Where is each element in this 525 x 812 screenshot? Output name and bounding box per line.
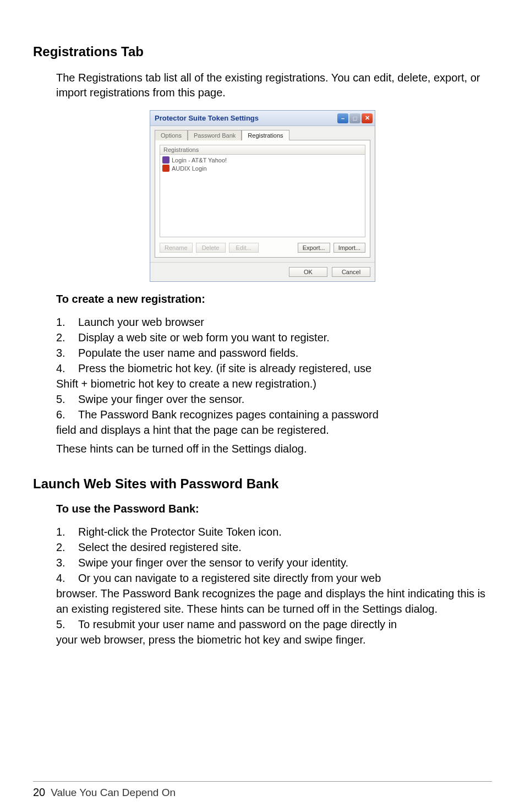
step-text-cont: browser. The Password Bank recognizes th… xyxy=(56,586,492,617)
step-text: Or you can navigate to a registered site… xyxy=(78,572,381,584)
tab-password-bank[interactable]: Password Bank xyxy=(188,130,242,140)
list-header: Registrations xyxy=(160,145,365,155)
step-text-cont: field and displays a hint that the page … xyxy=(56,422,492,438)
steps-use: 1.Right-click the Protector Suite Token … xyxy=(56,524,492,647)
step-text-cont: your web browser, press the biometric ho… xyxy=(56,632,492,647)
howto-heading-create: To create a new registration: xyxy=(56,293,492,306)
dialog-footer: OK Cancel xyxy=(150,262,375,281)
howto-heading-use: To use the Password Bank: xyxy=(56,503,492,515)
page-number: 20 xyxy=(33,786,45,799)
footer-text: Value You Can Depend On xyxy=(51,787,176,799)
screenshot-container: Protector Suite Token Settings – □ ✕ Opt… xyxy=(33,110,492,282)
import-button[interactable]: Import... xyxy=(333,243,365,253)
list-item[interactable]: Login - AT&T Yahoo! xyxy=(162,156,363,164)
cancel-button[interactable]: Cancel xyxy=(332,267,370,277)
ok-button[interactable]: OK xyxy=(289,267,327,277)
export-button[interactable]: Export... xyxy=(298,243,330,253)
rename-button[interactable]: Rename xyxy=(160,243,193,253)
maximize-button[interactable]: □ xyxy=(349,113,360,123)
section-title-launch: Launch Web Sites with Password Bank xyxy=(33,476,492,492)
close-button[interactable]: ✕ xyxy=(362,113,373,123)
steps-create: 1.Launch your web browser 2.Display a we… xyxy=(56,314,492,438)
step-text: Swipe your finger over the sensor to ver… xyxy=(78,557,348,569)
step-text: To resubmit your user name and password … xyxy=(78,618,397,630)
intro-paragraph: The Registrations tab list all of the ex… xyxy=(56,70,492,100)
tab-body: Registrations Login - AT&T Yahoo! AUDIX … xyxy=(155,140,370,258)
tabs-row: Options Password Bank Registrations xyxy=(150,126,375,140)
step-text: Select the desired registered site. xyxy=(78,541,242,553)
page-footer: 20 Value You Can Depend On xyxy=(33,781,492,799)
delete-button[interactable]: Delete xyxy=(196,243,226,253)
site-icon xyxy=(162,165,169,172)
section-title-registrations: Registrations Tab xyxy=(33,44,492,59)
tab-options[interactable]: Options xyxy=(155,130,188,140)
step-text: Display a web site or web form you want … xyxy=(78,331,330,344)
list-item[interactable]: AUDIX Login xyxy=(162,164,363,172)
note-text: These hints can be turned off in the Set… xyxy=(56,441,492,456)
registrations-list[interactable]: Login - AT&T Yahoo! AUDIX Login xyxy=(160,155,365,237)
tab-registrations[interactable]: Registrations xyxy=(242,130,289,140)
minimize-button[interactable]: – xyxy=(337,113,348,123)
step-text-cont: Shift + biometric hot key to create a ne… xyxy=(56,376,492,391)
window-title: Protector Suite Token Settings xyxy=(155,114,259,122)
button-row: Rename Delete Edit... Export... Import..… xyxy=(160,243,365,253)
step-text: Right-click the Protector Suite Token ic… xyxy=(78,526,282,538)
edit-button[interactable]: Edit... xyxy=(229,243,259,253)
step-text: Swipe your finger over the sensor. xyxy=(78,393,244,405)
step-text: The Password Bank recognizes pages conta… xyxy=(78,408,379,421)
list-item-label: AUDIX Login xyxy=(172,165,207,172)
site-icon xyxy=(162,156,169,164)
settings-window: Protector Suite Token Settings – □ ✕ Opt… xyxy=(150,110,375,282)
step-text: Populate the user name and password fiel… xyxy=(78,347,298,359)
window-controls: – □ ✕ xyxy=(337,113,373,123)
list-item-label: Login - AT&T Yahoo! xyxy=(172,157,227,164)
titlebar: Protector Suite Token Settings – □ ✕ xyxy=(150,111,375,126)
step-text: Launch your web browser xyxy=(78,316,204,328)
step-text: Press the biometric hot key. (if site is… xyxy=(78,362,371,374)
